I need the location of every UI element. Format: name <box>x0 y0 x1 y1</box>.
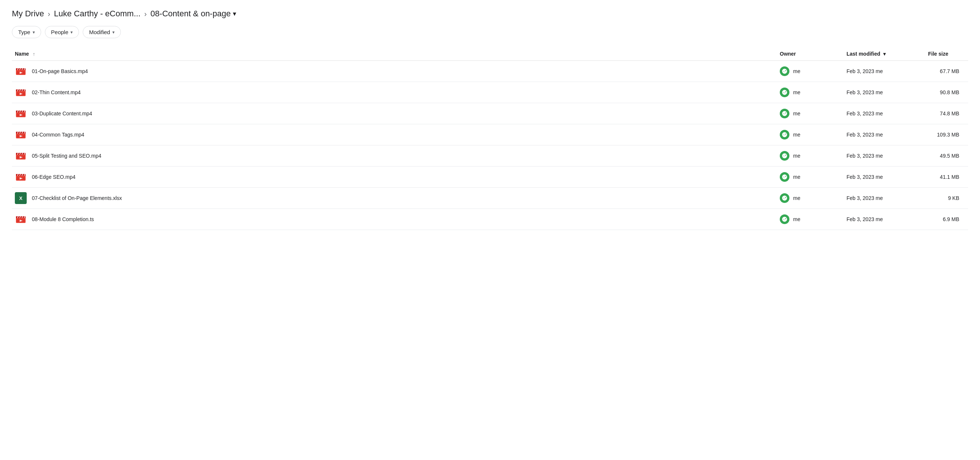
file-name: 07-Checklist of On-Page Elements.xlsx <box>32 195 122 201</box>
col-header-size[interactable]: File size <box>924 47 968 61</box>
owner-name: me <box>793 132 800 138</box>
owner-avatar <box>780 151 789 161</box>
file-name: 04-Common Tags.mp4 <box>32 132 84 138</box>
modified-cell: Feb 3, 2023 me <box>842 82 924 103</box>
video-file-icon <box>15 150 27 162</box>
owner-avatar <box>780 67 789 76</box>
type-filter-arrow-icon: ▾ <box>33 30 35 35</box>
file-name: 05-Split Testing and SEO.mp4 <box>32 153 101 159</box>
owner-name: me <box>793 174 800 180</box>
owner-cell: me <box>775 124 842 145</box>
col-header-owner[interactable]: Owner <box>775 47 842 61</box>
modified-cell: Feb 3, 2023 me <box>842 124 924 145</box>
file-name: 06-Edge SEO.mp4 <box>32 174 76 180</box>
table-row[interactable]: 03-Duplicate Content.mp4 me Feb 3, 2023 … <box>12 103 968 124</box>
file-name: 02-Thin Content.mp4 <box>32 89 81 96</box>
type-filter-button[interactable]: Type ▾ <box>12 26 41 38</box>
owner-avatar <box>780 215 789 224</box>
modified-date: Feb 3, 2023 me <box>846 89 883 96</box>
modified-date: Feb 3, 2023 me <box>846 153 883 159</box>
people-filter-button[interactable]: People ▾ <box>45 26 80 38</box>
table-row[interactable]: 05-Split Testing and SEO.mp4 me Feb 3, 2… <box>12 145 968 167</box>
chevron-down-icon: ▾ <box>233 10 236 18</box>
owner-avatar <box>780 88 789 97</box>
video-file-icon <box>15 213 27 225</box>
file-name: 01-On-page Basics.mp4 <box>32 68 88 74</box>
size-cell: 41.1 MB <box>924 167 968 188</box>
size-cell: 9 KB <box>924 188 968 209</box>
modified-cell: Feb 3, 2023 me <box>842 61 924 82</box>
video-file-icon <box>15 171 27 183</box>
modified-filter-button[interactable]: Modified ▾ <box>83 26 121 38</box>
video-file-icon <box>15 129 27 141</box>
modified-cell: Feb 3, 2023 me <box>842 167 924 188</box>
modified-filter-arrow-icon: ▾ <box>112 30 115 35</box>
xlsx-file-icon: X <box>15 192 27 204</box>
modified-date: Feb 3, 2023 me <box>846 111 883 116</box>
owner-name: me <box>793 68 800 74</box>
people-filter-arrow-icon: ▾ <box>70 30 73 35</box>
modified-date: Feb 3, 2023 me <box>846 216 883 222</box>
owner-name: me <box>793 195 800 201</box>
file-name: 08-Module 8 Completion.ts <box>32 216 94 222</box>
modified-date: Feb 3, 2023 me <box>846 195 883 201</box>
file-size: 6.9 MB <box>943 216 959 222</box>
owner-cell: me <box>775 209 842 230</box>
modified-cell: Feb 3, 2023 me <box>842 103 924 124</box>
size-cell: 74.8 MB <box>924 103 968 124</box>
owner-avatar <box>780 193 789 203</box>
table-row[interactable]: 08-Module 8 Completion.ts me Feb 3, 2023… <box>12 209 968 230</box>
breadcrumb-current[interactable]: 08-Content & on-page ▾ <box>151 9 237 19</box>
video-file-icon <box>15 86 27 98</box>
modified-cell: Feb 3, 2023 me <box>842 209 924 230</box>
name-sort-icon: ↑ <box>33 51 35 57</box>
breadcrumb-current-label: 08-Content & on-page <box>151 9 231 19</box>
owner-name: me <box>793 89 800 96</box>
owner-cell: me <box>775 82 842 103</box>
people-filter-label: People <box>51 29 68 35</box>
size-cell: 109.3 MB <box>924 124 968 145</box>
breadcrumb-middle[interactable]: Luke Carthy - eComm... <box>54 9 140 19</box>
file-size: 74.8 MB <box>940 111 959 116</box>
owner-avatar <box>780 172 789 182</box>
table-row[interactable]: 04-Common Tags.mp4 me Feb 3, 2023 me109.… <box>12 124 968 145</box>
owner-avatar <box>780 130 789 140</box>
file-size: 90.8 MB <box>940 89 959 96</box>
type-filter-label: Type <box>18 29 30 35</box>
video-file-icon <box>15 65 27 77</box>
size-cell: 49.5 MB <box>924 145 968 167</box>
modified-sort-icon: ▾ <box>883 51 886 57</box>
file-size: 67.7 MB <box>940 68 959 74</box>
file-size: 49.5 MB <box>940 153 959 159</box>
modified-date: Feb 3, 2023 me <box>846 68 883 74</box>
file-size: 9 KB <box>948 195 959 201</box>
owner-cell: me <box>775 188 842 209</box>
modified-date: Feb 3, 2023 me <box>846 174 883 180</box>
file-size: 109.3 MB <box>937 132 959 138</box>
col-header-modified[interactable]: Last modified ▾ <box>842 47 924 61</box>
owner-cell: me <box>775 103 842 124</box>
breadcrumb: My Drive › Luke Carthy - eComm... › 08-C… <box>12 9 968 19</box>
owner-name: me <box>793 153 800 159</box>
col-header-name[interactable]: Name ↑ <box>12 47 775 61</box>
table-row[interactable]: 02-Thin Content.mp4 me Feb 3, 2023 me90.… <box>12 82 968 103</box>
file-table: Name ↑ Owner Last modified ▾ File size <box>12 47 968 230</box>
owner-cell: me <box>775 145 842 167</box>
owner-avatar <box>780 109 789 118</box>
file-size: 41.1 MB <box>940 174 959 180</box>
breadcrumb-sep-2: › <box>144 10 147 18</box>
table-row[interactable]: X07-Checklist of On-Page Elements.xlsx m… <box>12 188 968 209</box>
owner-name: me <box>793 111 800 116</box>
breadcrumb-root[interactable]: My Drive <box>12 9 44 19</box>
modified-cell: Feb 3, 2023 me <box>842 188 924 209</box>
size-cell: 67.7 MB <box>924 61 968 82</box>
table-row[interactable]: 01-On-page Basics.mp4 me Feb 3, 2023 me6… <box>12 61 968 82</box>
file-name: 03-Duplicate Content.mp4 <box>32 111 92 116</box>
table-row[interactable]: 06-Edge SEO.mp4 me Feb 3, 2023 me41.1 MB <box>12 167 968 188</box>
modified-date: Feb 3, 2023 me <box>846 132 883 138</box>
breadcrumb-sep-1: › <box>48 10 51 18</box>
owner-cell: me <box>775 61 842 82</box>
owner-cell: me <box>775 167 842 188</box>
video-file-icon <box>15 108 27 119</box>
filter-bar: Type ▾ People ▾ Modified ▾ <box>12 26 968 38</box>
